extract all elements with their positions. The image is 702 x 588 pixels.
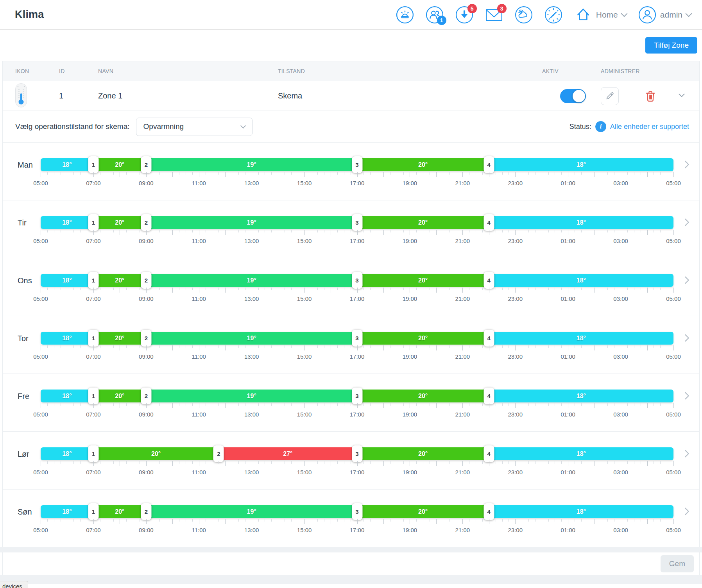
chevron-right-icon[interactable] bbox=[681, 448, 692, 461]
chevron-right-icon[interactable] bbox=[681, 332, 692, 345]
time-label: 03:00 bbox=[613, 295, 628, 302]
day-label: Ons bbox=[18, 276, 32, 285]
segment-marker-handle[interactable]: 1 bbox=[88, 445, 98, 462]
expand-chevron-icon[interactable] bbox=[677, 90, 687, 102]
segment-marker-handle[interactable]: 4 bbox=[484, 388, 494, 404]
segment-temp-label: 19° bbox=[247, 161, 256, 168]
temp-segment[interactable]: 18° bbox=[489, 505, 673, 518]
temp-segment[interactable]: 18° bbox=[41, 505, 93, 518]
temp-segment[interactable]: 19° bbox=[146, 505, 357, 518]
temp-segment[interactable]: 18° bbox=[41, 390, 93, 402]
segment-marker-handle[interactable]: 4 bbox=[484, 330, 494, 347]
chevron-right-icon[interactable] bbox=[681, 159, 692, 172]
temp-segment[interactable]: 18° bbox=[41, 332, 93, 345]
segment-marker-handle[interactable]: 2 bbox=[213, 445, 224, 462]
timeline-ticks bbox=[41, 461, 673, 467]
temp-segment[interactable]: 20° bbox=[93, 216, 146, 229]
segment-marker-handle[interactable]: 1 bbox=[88, 214, 98, 231]
top-nav: 1 5 3 bbox=[396, 6, 691, 24]
segment-temp-label: 20° bbox=[418, 450, 428, 458]
temp-segment[interactable]: 20° bbox=[357, 216, 489, 229]
time-label: 13:00 bbox=[244, 295, 259, 302]
temp-segment[interactable]: 18° bbox=[41, 158, 93, 171]
segment-marker-handle[interactable]: 3 bbox=[352, 214, 362, 231]
time-label: 17:00 bbox=[350, 238, 365, 244]
temp-segment[interactable]: 20° bbox=[93, 332, 146, 345]
temp-segment[interactable]: 18° bbox=[41, 447, 93, 460]
zone-state: Skema bbox=[278, 91, 542, 100]
segment-marker-handle[interactable]: 4 bbox=[484, 272, 494, 289]
temp-segment[interactable]: 20° bbox=[93, 505, 146, 518]
chevron-right-icon[interactable] bbox=[681, 217, 692, 229]
segment-marker-handle[interactable]: 4 bbox=[484, 214, 494, 231]
temp-segment[interactable]: 20° bbox=[93, 447, 218, 460]
gauge-icon[interactable] bbox=[544, 6, 562, 24]
chevron-right-icon[interactable] bbox=[681, 275, 692, 287]
segment-marker-handle[interactable]: 2 bbox=[141, 330, 151, 347]
temp-segment[interactable]: 20° bbox=[93, 274, 146, 287]
temp-segment[interactable]: 20° bbox=[357, 158, 489, 171]
segment-marker-handle[interactable]: 1 bbox=[88, 388, 98, 404]
add-zone-button[interactable]: Tilføj Zone bbox=[645, 37, 697, 54]
segment-marker-handle[interactable]: 3 bbox=[352, 272, 362, 289]
segment-marker-handle[interactable]: 1 bbox=[88, 272, 98, 289]
save-button[interactable]: Gem bbox=[661, 555, 694, 572]
status-link[interactable]: Alle enheder er supportet bbox=[610, 123, 689, 131]
edit-button[interactable] bbox=[601, 87, 619, 105]
segment-marker-handle[interactable]: 1 bbox=[88, 330, 98, 347]
temp-segment[interactable]: 18° bbox=[489, 274, 673, 287]
segment-marker-handle[interactable]: 4 bbox=[484, 503, 494, 520]
segment-marker-handle[interactable]: 3 bbox=[352, 503, 362, 520]
segment-marker-handle[interactable]: 3 bbox=[352, 330, 362, 347]
weather-icon[interactable] bbox=[515, 6, 533, 24]
delete-button[interactable] bbox=[645, 90, 656, 102]
time-label: 21:00 bbox=[455, 238, 470, 244]
mail-icon[interactable]: 3 bbox=[485, 6, 503, 24]
segment-marker-handle[interactable]: 3 bbox=[352, 388, 362, 404]
temp-segment[interactable]: 20° bbox=[93, 390, 146, 402]
segment-marker-handle[interactable]: 2 bbox=[141, 272, 151, 289]
time-label: 11:00 bbox=[192, 469, 206, 475]
segment-marker-handle[interactable]: 3 bbox=[352, 445, 362, 462]
temp-segment[interactable]: 19° bbox=[146, 274, 357, 287]
temp-segment[interactable]: 20° bbox=[357, 332, 489, 345]
segment-marker-handle[interactable]: 1 bbox=[88, 503, 98, 520]
segment-marker-handle[interactable]: 3 bbox=[352, 156, 362, 173]
segment-marker-handle[interactable]: 2 bbox=[141, 156, 151, 173]
segment-marker-handle[interactable]: 1 bbox=[88, 156, 98, 173]
alarm-icon[interactable] bbox=[396, 6, 414, 24]
chevron-right-icon[interactable] bbox=[681, 390, 692, 403]
mode-select[interactable]: Opvarmning bbox=[136, 118, 253, 136]
active-toggle[interactable] bbox=[560, 89, 586, 103]
temp-segment[interactable]: 20° bbox=[357, 274, 489, 287]
temp-segment[interactable]: 27° bbox=[218, 447, 357, 460]
temp-segment[interactable]: 19° bbox=[146, 158, 357, 171]
temp-segment[interactable]: 19° bbox=[146, 332, 357, 345]
temp-segment[interactable]: 19° bbox=[146, 390, 357, 402]
segment-temp-label: 20° bbox=[115, 277, 124, 284]
download-icon[interactable]: 5 bbox=[455, 6, 473, 24]
temp-segment[interactable]: 20° bbox=[357, 447, 489, 460]
segment-marker-handle[interactable]: 2 bbox=[141, 503, 151, 520]
temp-segment[interactable]: 18° bbox=[489, 447, 673, 460]
temp-segment[interactable]: 18° bbox=[489, 216, 673, 229]
time-label: 09:00 bbox=[139, 353, 154, 360]
temp-segment[interactable]: 18° bbox=[489, 390, 673, 402]
temp-segment[interactable]: 20° bbox=[93, 158, 146, 171]
temp-segment[interactable]: 20° bbox=[357, 505, 489, 518]
segment-marker-handle[interactable]: 4 bbox=[484, 156, 494, 173]
home-menu[interactable]: Home bbox=[574, 6, 627, 24]
temp-segment[interactable]: 18° bbox=[489, 332, 673, 345]
segment-marker-handle[interactable]: 2 bbox=[141, 214, 151, 231]
chevron-right-icon[interactable] bbox=[681, 506, 692, 518]
segment-marker-handle[interactable]: 4 bbox=[484, 445, 494, 462]
temp-segment[interactable]: 19° bbox=[146, 216, 357, 229]
temp-segment[interactable]: 18° bbox=[41, 274, 93, 287]
temp-segment[interactable]: 20° bbox=[357, 390, 489, 402]
temp-segment[interactable]: 18° bbox=[489, 158, 673, 171]
time-label: 13:00 bbox=[244, 411, 259, 418]
users-icon[interactable]: 1 bbox=[426, 6, 444, 24]
temp-segment[interactable]: 18° bbox=[41, 216, 93, 229]
segment-marker-handle[interactable]: 2 bbox=[141, 388, 151, 404]
user-menu[interactable]: admin bbox=[638, 6, 691, 24]
